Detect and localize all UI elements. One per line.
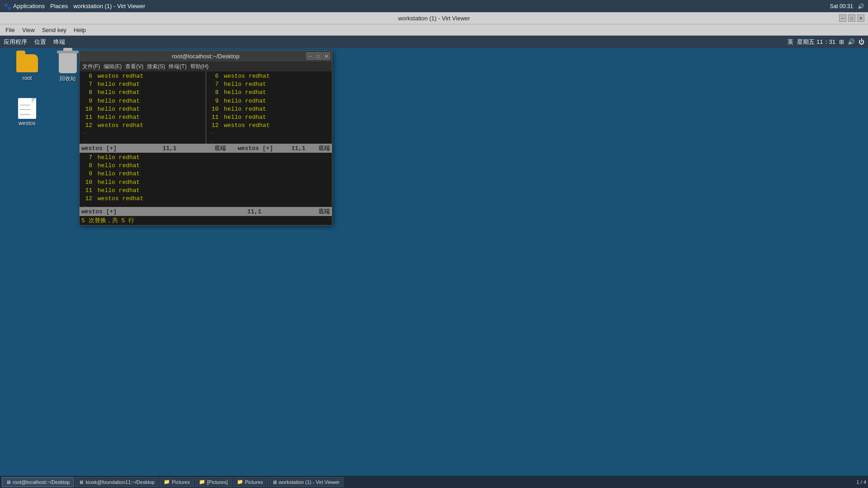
taskbar-label-pictures3: Pictures (245, 479, 263, 485)
apps-icon: 🐾 (4, 3, 11, 10)
vim-pane-left: 6 westos redhat 7 hello redhat 8 hello r… (80, 71, 206, 144)
virt-viewer-title: workstation (1) - Virt Viewer (398, 15, 470, 22)
inner-network-icon: ⊞ (839, 38, 844, 45)
desktop-icon-root[interactable]: root (9, 52, 45, 81)
vim-line: 11 hello redhat (81, 187, 330, 195)
vim-line: 10 hello redhat (81, 105, 204, 113)
maximize-button[interactable]: □ (848, 14, 855, 22)
taskbar-label-pictures2: [Pictures] (207, 479, 228, 485)
tmenu-edit[interactable]: 编辑(E) (104, 63, 122, 70)
vim-line: 11 hello redhat (208, 113, 330, 122)
inner-apps[interactable]: 应用程序 (4, 38, 27, 46)
taskbar-label-pictures1: Pictures (172, 479, 190, 485)
terminal-window: root@localhost:~/Desktop ─ □ ✕ 文件(F) 编辑(… (79, 50, 332, 225)
host-system-bar: 🐾 Applications Places workstation (1) - … (0, 0, 868, 12)
vim-line: 8 hello redhat (81, 162, 330, 170)
trash-icon-label: 回收站 (60, 75, 76, 83)
file-icon: ──────────── (16, 98, 38, 119)
vim-line: 9 hello redhat (208, 97, 330, 105)
taskbar-item-root-desktop[interactable]: 🖥 root@localhost:~/Desktop (2, 477, 74, 487)
vim-line: 10 hello redhat (208, 105, 330, 113)
taskbar-item-kiosk[interactable]: 🖥 kiosk@foundation11:~/Desktop (75, 477, 159, 487)
vim-status1-mid: 11,1 (140, 145, 199, 152)
vim-line: 10 hello redhat (81, 178, 330, 187)
tmenu-file[interactable]: 文件(F) (82, 63, 100, 70)
host-window-title: workstation (1) - Virt Viewer (73, 3, 145, 9)
vim-line: 7 hello redhat (81, 154, 330, 162)
vim-editor[interactable]: 6 westos redhat 7 hello redhat 8 hello r… (80, 71, 332, 225)
vim-status3-left: westos [+] (81, 208, 197, 215)
terminal-close[interactable]: ✕ (323, 52, 330, 60)
vim-status2-right: 底端 (312, 144, 330, 152)
taskbar-right: 1 / 4 (857, 479, 866, 485)
tmenu-search[interactable]: 搜索(S) (147, 63, 165, 70)
westos-icon-label: westos (19, 120, 35, 127)
vim-split-panes: 6 westos redhat 7 hello redhat 8 hello r… (80, 71, 332, 144)
taskbar-item-pictures3[interactable]: 📁 Pictures (233, 477, 267, 487)
host-apps-label[interactable]: Applications (13, 3, 45, 9)
vim-line: 8 hello redhat (208, 89, 330, 97)
terminal-title: root@localhost:~/Desktop (172, 53, 239, 60)
root-icon-label: root (23, 75, 32, 81)
taskbar-item-pictures1[interactable]: 📁 Pictures (160, 477, 194, 487)
vim-status3-right: 底端 (312, 207, 330, 216)
menu-send-key[interactable]: Send key (40, 27, 68, 33)
vim-line: 12 westos redhat (208, 122, 330, 130)
vim-status1-right: 底端 (199, 144, 226, 152)
terminal-menubar: 文件(F) 编辑(E) 查看(V) 搜索(S) 终端(T) 帮助(H) (80, 61, 332, 71)
inner-desktop-panel: 应用程序 位置 终端 英 星期五 11：31 ⊞ 🔊 ⏻ (0, 36, 868, 48)
minimize-button[interactable]: ─ (839, 14, 846, 22)
vim-line: 12 westos redhat (81, 195, 330, 203)
desktop-area: root 回收站 ──────────── westos root@localh… (0, 48, 868, 476)
taskbar-label-kiosk: kiosk@foundation11:~/Desktop (85, 479, 155, 485)
taskbar-label-root: root@localhost:~/Desktop (13, 479, 70, 485)
vim-commandline: 5 次替换，共 5 行 (80, 216, 332, 225)
taskbar-page-indicator: 1 / 4 (857, 479, 866, 485)
vim-status1-left: westos [+] (81, 145, 140, 152)
taskbar-item-virt-viewer[interactable]: 🖥 workstation (1) - Virt Viewer (268, 477, 344, 487)
desktop-icon-westos[interactable]: ──────────── westos (9, 98, 45, 127)
virt-viewer-menubar: File View Send key Help (0, 24, 868, 36)
taskbar-icon-pictures2: 📁 (199, 479, 205, 485)
host-apps-button[interactable]: 🐾 Applications (4, 3, 45, 10)
taskbar-icon-virt: 🖥 (272, 479, 277, 485)
inner-audio-icon: 🔊 (848, 38, 855, 45)
window-controls: ─ □ ✕ (839, 14, 864, 22)
inner-terminal[interactable]: 终端 (53, 38, 65, 46)
inner-places[interactable]: 位置 (34, 38, 46, 46)
taskbar-icon-pictures1: 📁 (164, 479, 170, 485)
inner-lang: 英 (788, 38, 793, 46)
menu-file[interactable]: File (4, 27, 17, 33)
tmenu-help[interactable]: 帮助(H) (190, 63, 209, 70)
vim-line: 6 westos redhat (81, 72, 204, 80)
menu-help[interactable]: Help (72, 27, 88, 33)
menu-view[interactable]: View (20, 27, 37, 33)
close-button[interactable]: ✕ (857, 14, 864, 22)
taskbar-icon-kiosk: 🖥 (79, 479, 84, 485)
vim-line: 9 hello redhat (81, 97, 204, 105)
host-places-label[interactable]: Places (50, 3, 68, 9)
vim-statusbar-split: westos [+] 11,1 底端 westos [+] 11,1 底端 (80, 144, 332, 153)
folder-icon (16, 52, 38, 74)
inner-power-icon: ⏻ (859, 38, 864, 45)
vim-status3-mid: 11,1 (197, 208, 312, 215)
taskbar: 🖥 root@localhost:~/Desktop 🖥 kiosk@found… (0, 476, 868, 488)
vim-status2-mid: 11,1 (285, 145, 312, 152)
host-time: Sat 00:31 (830, 3, 853, 9)
terminal-minimize[interactable]: ─ (307, 52, 314, 60)
vim-line: 12 westos redhat (81, 122, 204, 130)
taskbar-icon-root: 🖥 (6, 479, 11, 485)
vim-line: 11 hello redhat (81, 113, 204, 122)
vim-line: 6 westos redhat (208, 72, 330, 80)
taskbar-icon-pictures3: 📁 (237, 479, 243, 485)
taskbar-label-virt: workstation (1) - Virt Viewer (279, 479, 340, 485)
vim-pane-right: 6 westos redhat 7 hello redhat 8 hello r… (206, 71, 332, 144)
taskbar-item-pictures2[interactable]: 📁 [Pictures] (195, 477, 232, 487)
tmenu-terminal[interactable]: 终端(T) (169, 63, 186, 70)
vim-bottom-statusbar: westos [+] 11,1 底端 (80, 207, 332, 216)
vim-line: 9 hello redhat (81, 170, 330, 178)
virt-viewer-titlebar: workstation (1) - Virt Viewer ─ □ ✕ (0, 12, 868, 24)
tmenu-view[interactable]: 查看(V) (125, 63, 143, 70)
terminal-maximize[interactable]: □ (315, 52, 322, 60)
vim-line: 7 hello redhat (81, 80, 204, 89)
